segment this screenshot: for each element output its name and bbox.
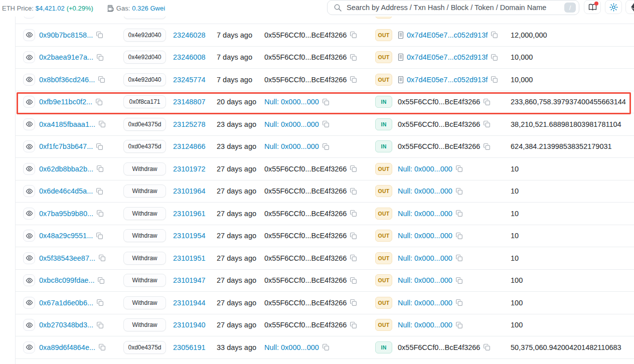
method-badge[interactable]: Withdraw (123, 162, 166, 175)
from-address[interactable]: 0x55F6CCf0...BcE4f3266 (264, 232, 347, 240)
to-address[interactable]: Null: 0x000...000 (398, 165, 452, 173)
from-address[interactable]: 0x55F6CCf0...BcE4f3266 (264, 254, 347, 262)
method-badge[interactable]: 0xd0e4375d (123, 140, 166, 153)
from-address[interactable]: 0x55F6CCf0...BcE4f3266 (264, 299, 347, 307)
preview-eye-button[interactable] (23, 163, 35, 175)
copy-icon[interactable] (483, 98, 491, 106)
from-address[interactable]: 0x55F6CCf0...BcE4f3266 (264, 276, 347, 284)
copy-icon[interactable] (322, 98, 330, 106)
copy-icon[interactable] (98, 120, 106, 128)
from-address[interactable]: 0x55F6CCf0...BcE4f3266 (264, 210, 347, 218)
preview-eye-button[interactable] (23, 230, 35, 242)
block-link[interactable]: 23056191 (173, 343, 206, 351)
eth-price-value[interactable]: $4,421.02 (36, 5, 65, 12)
txn-hash-link[interactable]: 0xbc8c099fdae... (39, 276, 94, 284)
search-input[interactable] (347, 4, 564, 12)
txn-hash-link[interactable]: 0x67a1d6e0b6... (39, 299, 93, 307)
preview-eye-button[interactable] (23, 252, 35, 264)
method-badge[interactable]: Withdraw (123, 318, 166, 331)
method-badge[interactable]: 0xd0e4375d (123, 118, 166, 131)
to-address[interactable]: Null: 0x000...000 (398, 232, 452, 240)
to-address[interactable]: 0x7d4E05e7...c052d913f (407, 31, 488, 39)
method-badge[interactable]: Withdraw (123, 274, 166, 287)
copy-icon[interactable] (491, 54, 498, 61)
method-badge[interactable]: Withdraw (123, 229, 166, 242)
copy-icon[interactable] (350, 321, 357, 329)
preview-eye-button[interactable] (23, 51, 35, 63)
copy-icon[interactable] (350, 31, 357, 39)
preview-eye-button[interactable] (23, 96, 35, 108)
to-address[interactable]: Null: 0x000...000 (398, 254, 452, 262)
copy-icon[interactable] (483, 143, 491, 150)
method-badge[interactable]: Withdraw (123, 207, 166, 220)
copy-icon[interactable] (350, 299, 357, 306)
method-badge[interactable]: Withdraw (123, 296, 166, 309)
copy-icon[interactable] (350, 232, 357, 240)
to-address[interactable]: Null: 0x000...000 (398, 276, 452, 284)
block-link[interactable]: 23101944 (173, 299, 206, 307)
copy-icon[interactable] (98, 254, 106, 262)
docs-button[interactable] (584, 0, 601, 14)
from-address[interactable]: Null: 0x000...000 (264, 142, 319, 150)
method-badge[interactable]: Withdraw (123, 252, 166, 265)
copy-icon[interactable] (491, 76, 498, 83)
copy-icon[interactable] (98, 343, 106, 351)
copy-icon[interactable] (98, 76, 105, 83)
from-address[interactable]: 0x55F6CCf0...BcE4f3266 (264, 53, 347, 61)
copy-icon[interactable] (96, 299, 104, 306)
preview-eye-button[interactable] (23, 208, 35, 220)
preview-eye-button[interactable] (23, 74, 35, 86)
txn-hash-link[interactable]: 0xb270348bd3... (39, 321, 93, 329)
from-address[interactable]: 0x55F6CCf0...BcE4f3266 (264, 31, 347, 39)
to-address[interactable]: Null: 0x000...000 (398, 210, 452, 218)
preview-eye-button[interactable] (23, 118, 35, 130)
copy-icon[interactable] (96, 54, 104, 61)
preview-eye-button[interactable] (23, 140, 35, 152)
copy-icon[interactable] (322, 343, 330, 351)
copy-icon[interactable] (455, 210, 463, 217)
txn-hash-link[interactable]: 0x7ba95b9b80... (39, 210, 93, 218)
txn-hash-link[interactable]: 0x62db8bba2b... (39, 165, 93, 173)
method-badge[interactable]: 0x4e92d040 (123, 73, 166, 86)
copy-icon[interactable] (350, 76, 357, 83)
from-address[interactable]: 0x55F6CCf0...BcE4f3266 (264, 321, 347, 329)
block-link[interactable]: 23246008 (173, 53, 206, 61)
block-link[interactable]: 23101940 (173, 321, 206, 329)
to-address[interactable]: Null: 0x000...000 (398, 299, 452, 307)
copy-icon[interactable] (350, 210, 357, 217)
copy-icon[interactable] (455, 232, 463, 240)
copy-icon[interactable] (96, 188, 103, 195)
block-link[interactable]: 23246028 (173, 31, 206, 39)
preview-eye-button[interactable] (23, 185, 35, 197)
copy-icon[interactable] (322, 120, 330, 128)
preview-eye-button[interactable] (23, 297, 35, 309)
copy-icon[interactable] (96, 321, 104, 329)
from-address[interactable]: 0x55F6CCf0...BcE4f3266 (264, 165, 347, 173)
copy-icon[interactable] (455, 299, 463, 306)
txn-hash-link[interactable]: 0x8b0f36cd246... (39, 76, 95, 84)
network-button[interactable] (625, 0, 634, 14)
block-link[interactable]: 23148807 (173, 98, 206, 106)
preview-eye-button[interactable] (23, 341, 35, 353)
to-address[interactable]: 0x7d4E05e7...c052d913f (407, 76, 488, 84)
txn-hash-link[interactable]: 0xf1fc7b3b647... (39, 142, 93, 150)
from-address[interactable]: Null: 0x000...000 (264, 120, 319, 128)
to-address[interactable]: Null: 0x000...000 (398, 321, 452, 329)
copy-icon[interactable] (483, 343, 491, 351)
txn-hash-link[interactable]: 0xa4185fbaaa1... (39, 120, 95, 128)
copy-icon[interactable] (96, 232, 103, 240)
from-address[interactable]: 0x55F6CCf0...BcE4f3266 (264, 187, 347, 195)
copy-icon[interactable] (322, 143, 330, 150)
copy-icon[interactable] (483, 120, 491, 128)
block-link[interactable]: 23101951 (173, 254, 206, 262)
to-address[interactable]: 0x55F6CCf0...BcE4f3266 (398, 120, 480, 128)
copy-icon[interactable] (96, 143, 103, 150)
theme-toggle-button[interactable] (605, 0, 622, 14)
block-link[interactable]: 23101954 (173, 232, 206, 240)
txn-hash-link[interactable]: 0xa89d6f4864e... (39, 343, 95, 351)
to-address[interactable]: Null: 0x000...000 (398, 187, 452, 195)
method-badge[interactable]: 0xd0e4375d (123, 341, 166, 354)
copy-icon[interactable] (96, 210, 104, 217)
copy-icon[interactable] (96, 165, 104, 172)
copy-icon[interactable] (96, 31, 103, 39)
